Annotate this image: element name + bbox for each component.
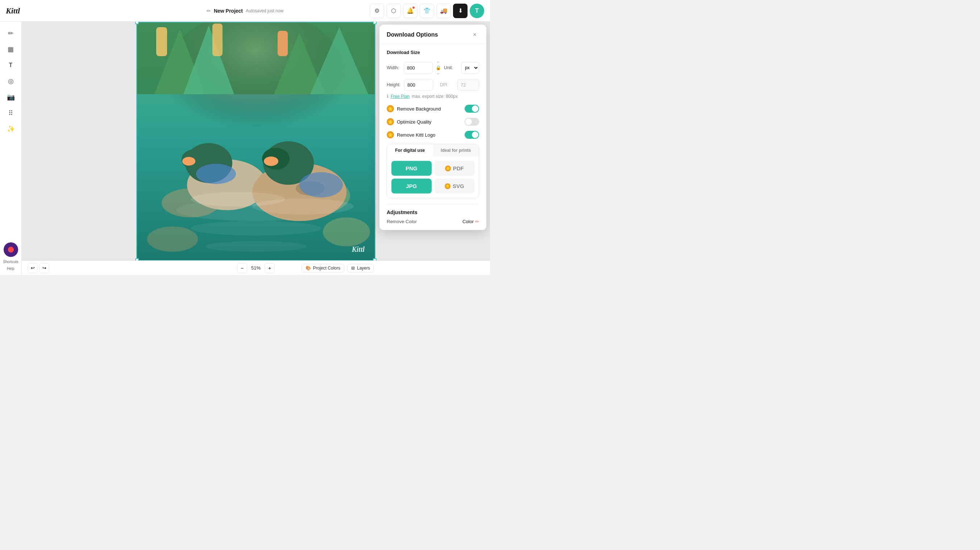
bottom-toolbar: ↩ ↪ − 51% + 🎨 Project Colors ⊞ Layers [22,261,490,275]
sidebar-item-shapes[interactable]: ◎ [4,74,18,88]
remove-bg-label: Remove Background [397,106,441,111]
bottom-right-controls: 🎨 Project Colors ⊞ Layers [302,264,374,272]
color-picker-button[interactable]: Color ✏ [463,219,479,224]
mockup-button[interactable]: 👕 [420,4,434,18]
remove-bg-premium-icon: ⭐ [387,105,394,112]
download-button[interactable]: ⬇ [453,4,468,18]
modal-body: Download Size Width: ⌐ 🔒 ⌐ Unit: px in c… [379,44,486,230]
record-button[interactable] [4,242,18,257]
layers-icon: ⊞ [351,265,355,271]
unit-select[interactable]: px in cm [461,62,479,73]
project-info: ✏ New Project Autosaved just now [207,8,283,14]
download-size-label: Download Size [387,50,479,55]
canvas-wrapper: Kittl [136,22,375,261]
canvas-selection-frame [136,22,375,261]
download-options-modal: Download Options × Download Size Width: … [379,25,486,230]
autosaved-status: Autosaved just now [246,8,283,13]
remove-logo-toggle[interactable] [465,131,479,139]
format-section: For digital use Ideal for prints PNG ⭐ P… [387,144,479,198]
palette-icon: 🎨 [305,265,311,271]
help-link[interactable]: Help [7,267,14,271]
dpi-label: DPI [440,82,455,87]
handle-top-right[interactable] [373,22,377,24]
handle-top-left[interactable] [135,22,139,24]
height-label: Height: [387,82,401,87]
delivery-button[interactable]: 🚚 [436,4,451,18]
remove-logo-premium-icon: ⭐ [387,131,394,138]
project-colors-button[interactable]: 🎨 Project Colors [302,264,344,272]
export-limit-note: max. export size: 800px [412,94,458,99]
remove-logo-label-group: ⭐ Remove Kittl Logo [387,131,435,138]
settings-button[interactable]: ⚙ [370,4,384,18]
adjustments-section: Adjustments Remove Color Color ✏ [387,204,479,224]
sidebar-item-grid[interactable]: ⠿ [4,106,18,120]
zoom-controls: − 51% + [237,263,275,273]
free-plan-info: ℹ Free Plan max. export size: 800px [387,94,479,99]
svg-premium-badge: ⭐ [445,183,450,189]
format-tab-print[interactable]: Ideal for prints [433,144,479,157]
height-row: Height: DPI [387,79,479,91]
pdf-button[interactable]: ⭐ PDF [434,161,475,176]
svg-button[interactable]: ⭐ SVG [434,179,475,194]
notification-button[interactable]: 🔔 [403,4,417,18]
width-row: Width: ⌐ 🔒 ⌐ Unit: px in cm [387,59,479,76]
format-buttons: PNG ⭐ PDF JPG ⭐ SVG [387,157,479,198]
modal-title: Download Options [387,32,438,38]
project-name[interactable]: New Project [214,8,243,14]
unit-label: Unit: [444,65,458,70]
sidebar-item-upload[interactable]: 📷 [4,90,18,104]
zoom-level-display[interactable]: 51% [249,265,262,271]
undo-redo-group: ↩ ↪ [27,263,49,273]
jpg-button[interactable]: JPG [391,179,432,194]
width-input[interactable] [404,62,433,73]
svg-label: SVG [453,183,464,189]
height-input[interactable] [404,79,433,91]
layers-button[interactable]: ⊞ Layers [347,264,374,272]
project-colors-label: Project Colors [313,265,340,271]
sidebar-item-text[interactable]: T [4,58,18,73]
optimize-quality-premium-icon: ⭐ [387,118,394,126]
zoom-out-button[interactable]: − [237,263,247,273]
sidebar-bottom: Shortcuts Help [3,242,18,271]
layers-label: Layers [357,265,370,271]
sidebar-item-draw[interactable]: ✏ [4,26,18,41]
topbar: Kittl ✏ New Project Autosaved just now ⚙… [0,0,490,22]
remove-bg-toggle[interactable] [465,105,479,113]
share-button[interactable]: ⬡ [387,4,401,18]
format-tabs: For digital use Ideal for prints [387,144,479,157]
optimize-quality-toggle[interactable] [465,118,479,126]
sidebar-item-elements[interactable]: ▦ [4,42,18,57]
shortcuts-link[interactable]: Shortcuts [3,260,18,264]
info-icon: ℹ [387,94,388,99]
sidebar-item-magic[interactable]: ✨ [4,122,18,136]
remove-color-label: Remove Color [387,219,417,224]
width-label: Width: [387,65,401,70]
pdf-premium-badge: ⭐ [445,165,451,172]
dpi-input[interactable] [457,79,479,91]
format-tab-digital[interactable]: For digital use [387,144,433,157]
png-button[interactable]: PNG [391,161,432,176]
modal-header: Download Options × [379,25,486,44]
optimize-quality-label: Optimize Quality [397,119,431,125]
pencil-icon: ✏ [207,8,211,14]
free-plan-link[interactable]: Free Plan [391,94,410,99]
app-logo: Kittl [6,6,20,16]
record-dot [8,247,14,253]
modal-close-button[interactable]: × [471,30,479,39]
topbar-right-actions: ⚙ ⬡ 🔔 👕 🚚 ⬇ T [370,4,484,18]
lock-icon: ⌐ 🔒 ⌐ [436,59,441,76]
left-sidebar: ✏ ▦ T ◎ 📷 ⠿ ✨ Shortcuts Help [0,22,22,275]
pdf-label: PDF [453,165,464,172]
user-avatar[interactable]: T [470,4,484,18]
optimize-quality-row: ⭐ Optimize Quality [387,118,479,126]
zoom-in-button[interactable]: + [264,263,275,273]
remove-logo-row: ⭐ Remove Kittl Logo [387,131,479,139]
optimize-quality-label-group: ⭐ Optimize Quality [387,118,431,126]
redo-button[interactable]: ↪ [39,263,49,273]
undo-button[interactable]: ↩ [27,263,38,273]
remove-bg-label-group: ⭐ Remove Background [387,105,441,112]
remove-bg-row: ⭐ Remove Background [387,105,479,113]
notification-dot [412,6,415,9]
adjustments-title: Adjustments [387,210,479,215]
remove-color-row: Remove Color Color ✏ [387,219,479,224]
